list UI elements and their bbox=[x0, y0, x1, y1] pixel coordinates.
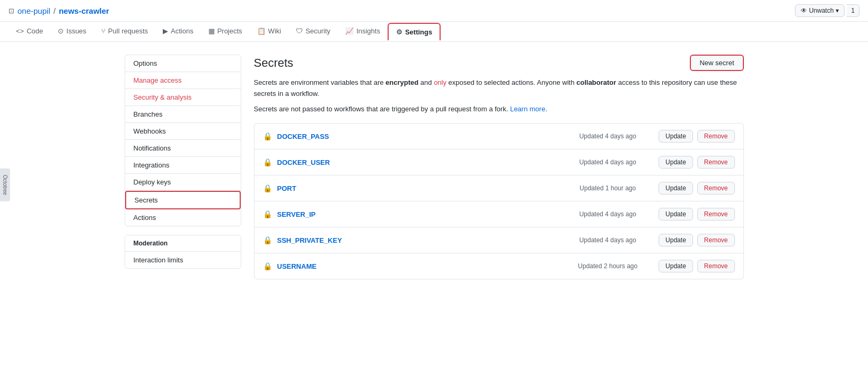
tab-settings[interactable]: ⚙ Settings bbox=[388, 23, 441, 40]
sidebar-item-options[interactable]: Options bbox=[125, 55, 241, 72]
tab-settings-label: Settings bbox=[405, 28, 432, 36]
tab-issues-label: Issues bbox=[66, 27, 86, 35]
security-icon: 🛡 bbox=[296, 27, 303, 35]
secret-row-docker-pass: 🔒 DOCKER_PASS Updated 4 days ago Update … bbox=[255, 124, 743, 149]
secret-name-docker-user[interactable]: DOCKER_USER bbox=[277, 158, 566, 166]
secret-name-docker-pass[interactable]: DOCKER_PASS bbox=[277, 133, 566, 140]
tab-pr-label: Pull requests bbox=[108, 27, 148, 35]
secret-row-docker-user: 🔒 DOCKER_USER Updated 4 days ago Update … bbox=[255, 149, 743, 175]
secret-updated-docker-pass: Updated 4 days ago bbox=[565, 133, 650, 140]
secret-actions-docker-user: Update Remove bbox=[659, 156, 734, 169]
learn-more-link[interactable]: Learn more bbox=[510, 105, 545, 113]
unwatch-label: Unwatch bbox=[809, 7, 834, 14]
main-layout: Options Manage access Security & analysi… bbox=[116, 42, 752, 292]
secret-row-server-ip: 🔒 SERVER_IP Updated 4 days ago Update Re… bbox=[255, 201, 743, 227]
secret-row-username: 🔒 USERNAME Updated 2 hours ago Update Re… bbox=[255, 253, 743, 279]
remove-button-docker-user[interactable]: Remove bbox=[697, 156, 735, 169]
secret-actions-ssh-private-key: Update Remove bbox=[659, 234, 734, 246]
unwatch-count[interactable]: 1 bbox=[847, 4, 860, 17]
sidebar-item-webhooks[interactable]: Webhooks bbox=[125, 123, 241, 140]
tab-insights[interactable]: 📈 Insights bbox=[338, 22, 388, 41]
update-button-docker-pass[interactable]: Update bbox=[659, 130, 693, 143]
secrets-list: 🔒 DOCKER_PASS Updated 4 days ago Update … bbox=[254, 123, 744, 279]
repo-name[interactable]: news-crawler bbox=[59, 6, 109, 15]
sidebar-moderation-header: Moderation bbox=[125, 235, 241, 252]
pr-icon: ⑂ bbox=[101, 27, 106, 35]
tab-wiki[interactable]: 📋 Wiki bbox=[250, 22, 289, 41]
code-icon: <> bbox=[16, 27, 24, 35]
lock-icon-docker-pass: 🔒 bbox=[263, 132, 272, 140]
sidebar-item-interaction-limits[interactable]: Interaction limits bbox=[125, 252, 241, 268]
secret-row-ssh-private-key: 🔒 SSH_PRIVATE_KEY Updated 4 days ago Upd… bbox=[255, 227, 743, 253]
tab-projects-label: Projects bbox=[217, 27, 242, 35]
update-button-ssh-private-key[interactable]: Update bbox=[659, 234, 693, 246]
secret-name-port[interactable]: PORT bbox=[277, 184, 566, 192]
tab-insights-label: Insights bbox=[356, 27, 380, 35]
tab-code-label: Code bbox=[27, 27, 43, 35]
secret-actions-docker-pass: Update Remove bbox=[659, 130, 734, 143]
repo-org[interactable]: one-pupil bbox=[17, 6, 50, 15]
update-button-port[interactable]: Update bbox=[659, 182, 693, 195]
remove-button-docker-pass[interactable]: Remove bbox=[697, 130, 735, 143]
page-title: Secrets bbox=[254, 56, 294, 70]
repo-title: ⊡ one-pupil / news-crawler bbox=[8, 6, 109, 15]
secret-actions-port: Update Remove bbox=[659, 182, 734, 195]
remove-button-ssh-private-key[interactable]: Remove bbox=[697, 234, 735, 246]
lock-icon-port: 🔒 bbox=[263, 184, 272, 192]
remove-button-port[interactable]: Remove bbox=[697, 182, 735, 195]
tab-actions[interactable]: ▶ Actions bbox=[155, 22, 201, 41]
secret-updated-ssh-private-key: Updated 4 days ago bbox=[565, 236, 650, 244]
sidebar-item-branches[interactable]: Branches bbox=[125, 106, 241, 123]
sidebar-item-actions[interactable]: Actions bbox=[125, 209, 241, 226]
tab-actions-label: Actions bbox=[171, 27, 194, 35]
tab-issues[interactable]: ⊙ Issues bbox=[50, 22, 94, 41]
actions-icon: ▶ bbox=[163, 27, 168, 35]
update-button-docker-user[interactable]: Update bbox=[659, 156, 693, 169]
insights-icon: 📈 bbox=[345, 27, 354, 35]
topbar: ⊡ one-pupil / news-crawler 👁 Unwatch ▾ 1 bbox=[0, 0, 868, 22]
sidebar-item-deploy-keys[interactable]: Deploy keys bbox=[125, 174, 241, 191]
secret-name-username[interactable]: USERNAME bbox=[277, 262, 566, 270]
content-area: Secrets New secret Secrets are environme… bbox=[254, 55, 744, 279]
description-line1: Secrets are environment variables that a… bbox=[254, 77, 744, 100]
secret-actions-server-ip: Update Remove bbox=[659, 208, 734, 221]
secret-name-ssh-private-key[interactable]: SSH_PRIVATE_KEY bbox=[277, 236, 566, 244]
side-pull-tab[interactable]: Octotree bbox=[0, 169, 10, 201]
sidebar-item-security-analysis[interactable]: Security & analysis bbox=[125, 89, 241, 106]
secret-row-port: 🔒 PORT Updated 1 hour ago Update Remove bbox=[255, 175, 743, 201]
secret-actions-username: Update Remove bbox=[659, 260, 734, 272]
secret-updated-docker-user: Updated 4 days ago bbox=[565, 158, 650, 166]
settings-icon: ⚙ bbox=[396, 28, 402, 36]
nav-tabs: <> Code ⊙ Issues ⑂ Pull requests ▶ Actio… bbox=[0, 22, 868, 42]
repo-icon: ⊡ bbox=[8, 7, 14, 15]
unwatch-button[interactable]: 👁 Unwatch ▾ bbox=[795, 4, 845, 17]
projects-icon: ▦ bbox=[208, 27, 215, 35]
repo-sep: / bbox=[54, 6, 56, 15]
topbar-right: 👁 Unwatch ▾ 1 bbox=[795, 4, 860, 17]
lock-icon-username: 🔒 bbox=[263, 262, 272, 270]
remove-button-username[interactable]: Remove bbox=[697, 260, 735, 272]
sidebar-item-notifications[interactable]: Notifications bbox=[125, 140, 241, 157]
lock-icon-docker-user: 🔒 bbox=[263, 158, 272, 166]
sidebar-moderation-section: Moderation Interaction limits bbox=[125, 235, 241, 269]
sidebar-item-secrets[interactable]: Secrets bbox=[125, 191, 241, 209]
tab-security-label: Security bbox=[305, 27, 330, 35]
content-header: Secrets New secret bbox=[254, 55, 744, 71]
tab-pull-requests[interactable]: ⑂ Pull requests bbox=[94, 22, 155, 41]
sidebar-item-integrations[interactable]: Integrations bbox=[125, 157, 241, 174]
sidebar-item-manage-access[interactable]: Manage access bbox=[125, 72, 241, 89]
update-button-server-ip[interactable]: Update bbox=[659, 208, 693, 221]
secret-updated-server-ip: Updated 4 days ago bbox=[565, 210, 650, 218]
secret-updated-port: Updated 1 hour ago bbox=[565, 184, 650, 192]
update-button-username[interactable]: Update bbox=[659, 260, 693, 272]
new-secret-button[interactable]: New secret bbox=[690, 55, 743, 71]
tab-projects[interactable]: ▦ Projects bbox=[201, 22, 250, 41]
secret-name-server-ip[interactable]: SERVER_IP bbox=[277, 210, 566, 218]
side-pull-label: Octotree bbox=[2, 175, 8, 195]
tab-security[interactable]: 🛡 Security bbox=[288, 22, 338, 41]
tab-code[interactable]: <> Code bbox=[8, 22, 50, 41]
remove-button-server-ip[interactable]: Remove bbox=[697, 208, 735, 221]
sidebar-general-section: Options Manage access Security & analysi… bbox=[125, 55, 241, 226]
eye-icon: 👁 bbox=[801, 7, 807, 14]
tab-wiki-label: Wiki bbox=[268, 27, 282, 35]
